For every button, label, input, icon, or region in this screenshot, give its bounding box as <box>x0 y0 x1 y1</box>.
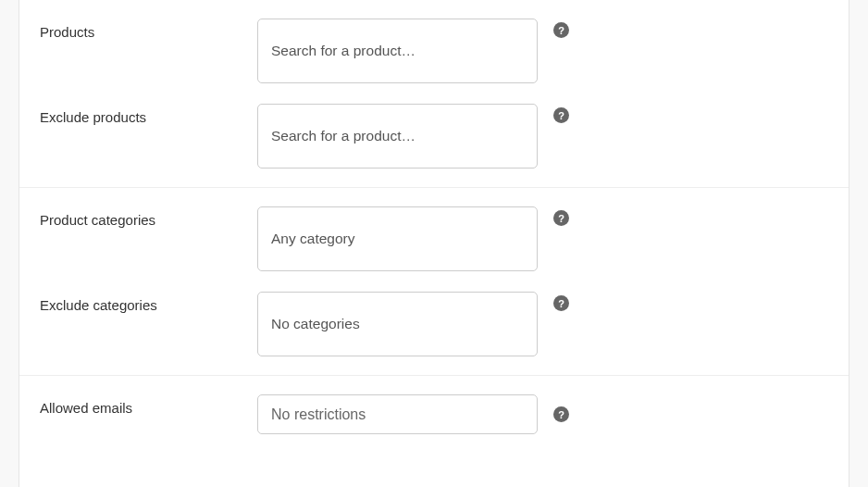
product-categories-select[interactable]: Any category <box>257 206 538 271</box>
exclude-categories-label: Exclude categories <box>40 292 257 313</box>
help-icon[interactable]: ? <box>553 210 569 226</box>
products-section: Products Search for a product… ? Exclude… <box>19 0 849 188</box>
emails-section: Allowed emails ? <box>19 376 849 453</box>
products-row: Products Search for a product… ? <box>19 6 849 91</box>
product-categories-row: Product categories Any category ? <box>19 194 849 279</box>
help-icon[interactable]: ? <box>553 107 569 123</box>
products-select[interactable]: Search for a product… <box>257 19 538 83</box>
products-placeholder: Search for a product… <box>271 43 415 59</box>
product-categories-control: Any category ? <box>257 206 569 271</box>
categories-section: Product categories Any category ? Exclud… <box>19 188 849 376</box>
exclude-products-row: Exclude products Search for a product… ? <box>19 91 849 176</box>
exclude-products-control: Search for a product… ? <box>257 104 569 169</box>
help-icon[interactable]: ? <box>553 295 569 311</box>
product-categories-label: Product categories <box>40 206 257 228</box>
exclude-products-select[interactable]: Search for a product… <box>257 104 538 169</box>
product-categories-placeholder: Any category <box>271 231 354 247</box>
allowed-emails-row: Allowed emails ? <box>19 381 849 442</box>
help-icon[interactable]: ? <box>553 22 569 38</box>
exclude-categories-select[interactable]: No categories <box>257 292 538 356</box>
products-control: Search for a product… ? <box>257 19 569 83</box>
allowed-emails-control: ? <box>257 394 569 434</box>
exclude-products-label: Exclude products <box>40 104 257 125</box>
allowed-emails-input[interactable] <box>257 394 538 434</box>
allowed-emails-label: Allowed emails <box>40 394 257 416</box>
exclude-categories-row: Exclude categories No categories ? <box>19 279 849 364</box>
exclude-products-placeholder: Search for a product… <box>271 128 415 144</box>
products-label: Products <box>40 19 257 40</box>
exclude-categories-control: No categories ? <box>257 292 569 356</box>
help-icon[interactable]: ? <box>553 406 569 422</box>
exclude-categories-placeholder: No categories <box>271 316 360 332</box>
settings-panel: Products Search for a product… ? Exclude… <box>19 0 849 487</box>
